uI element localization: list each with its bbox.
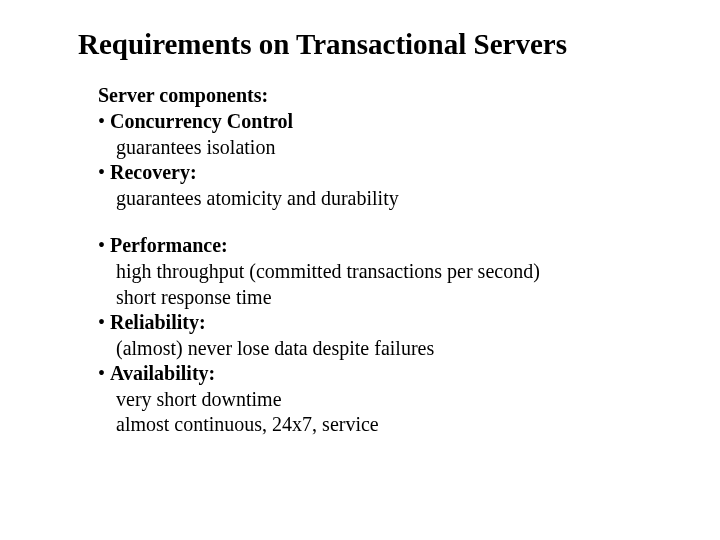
bullet-detail: almost continuous, 24x7, service xyxy=(98,412,660,438)
bullet-availability: • Availability: xyxy=(98,361,660,387)
bullet-concurrency: • Concurrency Control xyxy=(98,109,660,135)
bullet-marker: • xyxy=(98,234,110,256)
bullet-detail: (almost) never lose data despite failure… xyxy=(98,336,660,362)
bullet-reliability: • Reliability: xyxy=(98,310,660,336)
bullet-label: Availability: xyxy=(110,362,215,384)
bullet-marker: • xyxy=(98,110,110,132)
bullet-performance: • Performance: xyxy=(98,233,660,259)
bullet-label: Recovery: xyxy=(110,161,197,183)
slide: Requirements on Transactional Servers Se… xyxy=(0,0,720,540)
bullet-marker: • xyxy=(98,161,110,183)
slide-body: Server components: • Concurrency Control… xyxy=(78,83,660,438)
bullet-marker: • xyxy=(98,362,110,384)
bullet-detail: guarantees atomicity and durability xyxy=(98,186,660,212)
bullet-label: Concurrency Control xyxy=(110,110,293,132)
bullet-label: Reliability: xyxy=(110,311,206,333)
bullet-detail: high throughput (committed transactions … xyxy=(98,259,660,285)
section-heading: Server components: xyxy=(98,84,268,106)
slide-title: Requirements on Transactional Servers xyxy=(78,28,660,61)
bullet-detail: very short downtime xyxy=(98,387,660,413)
bullet-recovery: • Recovery: xyxy=(98,160,660,186)
spacer xyxy=(98,211,660,233)
bullet-detail: short response time xyxy=(98,285,660,311)
bullet-detail: guarantees isolation xyxy=(98,135,660,161)
bullet-marker: • xyxy=(98,311,110,333)
bullet-label: Performance: xyxy=(110,234,228,256)
